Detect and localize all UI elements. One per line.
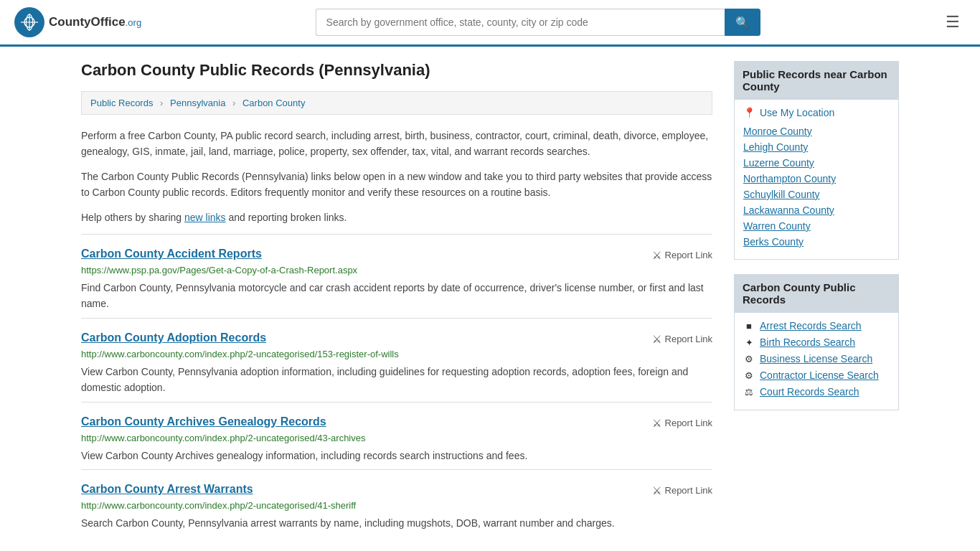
record-section-adoption-records: Carbon County Adoption Records ⚔ Report … (81, 318, 712, 402)
logo-text: CountyOffice.org (49, 15, 141, 29)
birth-icon: ✦ (743, 336, 755, 348)
nearby-county-link[interactable]: Monroe County (743, 126, 812, 137)
menu-button[interactable]: ☰ (940, 10, 966, 34)
report-link-label-accident-reports: Report Link (665, 250, 712, 260)
nearby-county-link[interactable]: Lackawanna County (743, 204, 834, 216)
list-item: ✦ Birth Records Search (743, 336, 890, 348)
location-icon: 📍 (743, 107, 755, 118)
intro-paragraph-2: The Carbon County Public Records (Pennsy… (81, 169, 712, 201)
record-header-arrest-warrants: Carbon County Arrest Warrants ⚔ Report L… (81, 483, 712, 497)
list-item: Monroe County (743, 126, 890, 137)
arrest-icon: ■ (743, 320, 755, 331)
record-title-archives-genealogy[interactable]: Carbon County Archives Genealogy Records (81, 415, 326, 428)
record-url-arrest-warrants: http://www.carboncounty.com/index.php/2-… (81, 500, 712, 511)
business-icon: ⚙ (743, 353, 755, 364)
list-item: Warren County (743, 220, 890, 232)
list-item: Schuylkill County (743, 189, 890, 200)
list-item: Northampton County (743, 173, 890, 184)
sidebar-records-list: ■ Arrest Records Search ✦ Birth Records … (743, 320, 890, 397)
record-section-accident-reports: Carbon County Accident Reports ⚔ Report … (81, 234, 712, 318)
nearby-county-link[interactable]: Warren County (743, 220, 811, 232)
list-item: Berks County (743, 236, 890, 248)
nearby-county-link[interactable]: Lehigh County (743, 141, 808, 153)
record-url-archives-genealogy: http://www.carboncounty.com/index.php/2-… (81, 433, 712, 443)
logo-icon (14, 7, 44, 37)
record-desc-archives-genealogy: View Carbon County Archives genealogy in… (81, 448, 712, 463)
report-link-label-archives-genealogy: Report Link (665, 418, 712, 428)
sidebar-record-link[interactable]: Business License Search (760, 353, 872, 364)
report-link-button-adoption-records[interactable]: ⚔ Report Link (652, 333, 712, 346)
new-links-link[interactable]: new links (184, 212, 226, 223)
breadcrumb-sep-1: › (160, 98, 163, 108)
report-icon-arrest-warrants: ⚔ (652, 484, 661, 497)
logo[interactable]: CountyOffice.org (14, 7, 141, 37)
sidebar-record-link[interactable]: Arrest Records Search (760, 320, 862, 331)
nearby-title: Public Records near Carbon County (734, 61, 899, 100)
list-item: Lehigh County (743, 141, 890, 153)
breadcrumb: Public Records › Pennsylvania › Carbon C… (81, 91, 712, 115)
nearby-county-link[interactable]: Luzerne County (743, 157, 814, 169)
record-title-accident-reports[interactable]: Carbon County Accident Reports (81, 248, 262, 260)
list-item: Luzerne County (743, 157, 890, 169)
nearby-counties-list: Monroe CountyLehigh CountyLuzerne County… (743, 126, 890, 248)
breadcrumb-pennsylvania[interactable]: Pennsylvania (170, 98, 225, 108)
record-desc-arrest-warrants: Search Carbon County, Pennsylvania arres… (81, 515, 712, 531)
records-section: Carbon County Public Records ■ Arrest Re… (734, 274, 899, 410)
intro3-prefix: Help others by sharing (81, 212, 184, 223)
court-icon: ⚖ (743, 386, 755, 397)
report-icon-accident-reports: ⚔ (652, 249, 661, 262)
search-button[interactable]: 🔍 (725, 9, 760, 36)
contractor-icon: ⚙ (743, 369, 755, 381)
list-item: ⚙ Business License Search (743, 353, 890, 364)
logo-org: .org (126, 17, 141, 28)
main-container: Carbon County Public Records (Pennsylvan… (67, 47, 913, 551)
content-area: Carbon County Public Records (Pennsylvan… (81, 61, 712, 537)
report-link-label-arrest-warrants: Report Link (665, 485, 712, 496)
records-section-title: Carbon County Public Records (734, 274, 899, 313)
report-icon-adoption-records: ⚔ (652, 333, 661, 346)
record-title-adoption-records[interactable]: Carbon County Adoption Records (81, 331, 266, 344)
sidebar-record-link[interactable]: Contractor License Search (760, 369, 879, 381)
report-icon-archives-genealogy: ⚔ (652, 417, 661, 430)
breadcrumb-sep-2: › (232, 98, 235, 108)
list-item: Lackawanna County (743, 204, 890, 216)
intro-paragraph-1: Perform a free Carbon County, PA public … (81, 128, 712, 160)
breadcrumb-carbon-county[interactable]: Carbon County (242, 98, 305, 108)
report-link-label-adoption-records: Report Link (665, 334, 712, 344)
nearby-county-link[interactable]: Berks County (743, 236, 804, 248)
list-item: ⚖ Court Records Search (743, 386, 890, 397)
report-link-button-arrest-warrants[interactable]: ⚔ Report Link (652, 484, 712, 497)
search-icon: 🔍 (735, 17, 750, 29)
sidebar-record-link[interactable]: Birth Records Search (760, 336, 855, 348)
breadcrumb-public-records[interactable]: Public Records (90, 98, 153, 108)
record-header-archives-genealogy: Carbon County Archives Genealogy Records… (81, 415, 712, 430)
list-item: ⚙ Contractor License Search (743, 369, 890, 381)
sidebar: Public Records near Carbon County 📍 Use … (734, 61, 899, 537)
nearby-county-link[interactable]: Northampton County (743, 173, 836, 184)
use-my-location-link[interactable]: 📍 Use My Location (743, 107, 890, 118)
record-url-accident-reports: https://www.psp.pa.gov/Pages/Get-a-Copy-… (81, 265, 712, 276)
record-section-arrest-warrants: Carbon County Arrest Warrants ⚔ Report L… (81, 469, 712, 537)
sidebar-record-link[interactable]: Court Records Search (760, 386, 859, 397)
use-my-location-label: Use My Location (760, 107, 834, 118)
records-list: Carbon County Accident Reports ⚔ Report … (81, 234, 712, 537)
hamburger-icon: ☰ (946, 13, 960, 31)
record-section-archives-genealogy: Carbon County Archives Genealogy Records… (81, 402, 712, 469)
record-header-accident-reports: Carbon County Accident Reports ⚔ Report … (81, 248, 712, 262)
record-url-adoption-records: http://www.carboncounty.com/index.php/2-… (81, 349, 712, 359)
list-item: ■ Arrest Records Search (743, 320, 890, 331)
record-desc-accident-reports: Find Carbon County, Pennsylvania motorcy… (81, 280, 712, 312)
search-input[interactable] (316, 9, 725, 36)
intro-paragraph-3: Help others by sharing new links and rep… (81, 209, 712, 225)
nearby-county-link[interactable]: Schuylkill County (743, 189, 820, 200)
records-body: ■ Arrest Records Search ✦ Birth Records … (734, 313, 899, 410)
nearby-body: 📍 Use My Location Monroe CountyLehigh Co… (734, 100, 899, 260)
header: CountyOffice.org 🔍 ☰ (0, 0, 980, 47)
report-link-button-archives-genealogy[interactable]: ⚔ Report Link (652, 417, 712, 430)
intro3-suffix: and reporting broken links. (226, 212, 347, 223)
search-area: 🔍 (316, 9, 760, 36)
record-desc-adoption-records: View Carbon County, Pennsylvania adoptio… (81, 364, 712, 396)
record-title-arrest-warrants[interactable]: Carbon County Arrest Warrants (81, 483, 253, 496)
record-header-adoption-records: Carbon County Adoption Records ⚔ Report … (81, 331, 712, 346)
report-link-button-accident-reports[interactable]: ⚔ Report Link (652, 249, 712, 262)
